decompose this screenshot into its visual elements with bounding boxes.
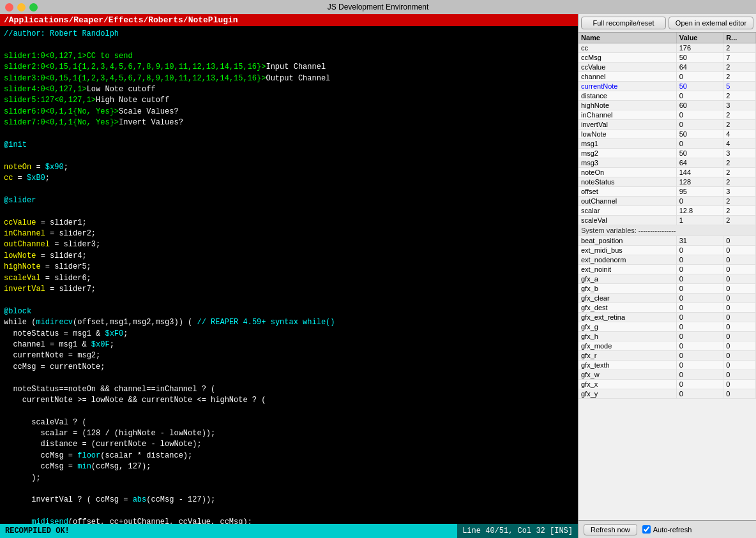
table-row: offset953 bbox=[578, 187, 756, 197]
vars-pane: Full recompile/reset Open in external ed… bbox=[578, 14, 756, 538]
var-r-cell: 2 bbox=[723, 206, 756, 216]
var-value-cell: 176 bbox=[676, 43, 723, 53]
var-r-cell: 4 bbox=[723, 139, 756, 149]
var-r-cell: 2 bbox=[723, 91, 756, 101]
sysvar-r-cell: 0 bbox=[723, 246, 756, 255]
status-bar: RECOMPILED OK! Line 40/51, Col 32 [INS] bbox=[0, 524, 578, 538]
vars-table-container[interactable]: Name Value R... cc1762ccMsg507ccValue642… bbox=[578, 33, 756, 520]
sysvar-value-cell: 0 bbox=[676, 284, 723, 294]
table-row: channel02 bbox=[578, 72, 756, 82]
system-table-row: gfx_texth00 bbox=[578, 361, 756, 370]
var-value-cell: 64 bbox=[676, 63, 723, 72]
sysvar-r-cell: 0 bbox=[723, 389, 756, 399]
var-r-cell: 2 bbox=[723, 43, 756, 53]
vars-buttons: Full recompile/reset Open in external ed… bbox=[578, 14, 756, 33]
sysvar-name-cell: gfx_clear bbox=[578, 294, 676, 303]
sysvar-name-cell: gfx_ext_retina bbox=[578, 313, 676, 322]
system-table-row: gfx_x00 bbox=[578, 380, 756, 389]
system-table-row: gfx_clear00 bbox=[578, 294, 756, 303]
sysvar-value-cell: 31 bbox=[676, 236, 723, 246]
refresh-bar: Refresh now Auto-refresh bbox=[578, 520, 756, 538]
col-value: Value bbox=[676, 33, 723, 43]
var-name-cell: highNote bbox=[578, 101, 676, 110]
code-content: //author: Robert Randolph slider1:0<0,12… bbox=[4, 29, 574, 524]
sysvar-value-cell: 0 bbox=[676, 370, 723, 380]
sysvar-name-cell: gfx_a bbox=[578, 274, 676, 284]
external-editor-button[interactable]: Open in external editor bbox=[669, 17, 753, 29]
status-left: RECOMPILED OK! bbox=[0, 524, 457, 538]
table-row: lowNote504 bbox=[578, 130, 756, 139]
var-r-cell: 2 bbox=[723, 197, 756, 206]
sysvar-r-cell: 0 bbox=[723, 313, 756, 322]
var-value-cell: 50 bbox=[676, 53, 723, 63]
system-table-row: gfx_b00 bbox=[578, 284, 756, 294]
var-value-cell: 50 bbox=[676, 82, 723, 91]
var-name-cell: distance bbox=[578, 91, 676, 101]
col-name: Name bbox=[578, 33, 676, 43]
status-right: Line 40/51, Col 32 [INS] bbox=[457, 524, 578, 538]
var-name-cell: msg3 bbox=[578, 158, 676, 168]
var-value-cell: 0 bbox=[676, 91, 723, 101]
system-table-row: gfx_ext_retina00 bbox=[578, 313, 756, 322]
system-section-label: System variables: ---------------- bbox=[578, 225, 756, 236]
titlebar: JS Development Environment bbox=[0, 0, 756, 14]
recompile-button[interactable]: Full recompile/reset bbox=[581, 17, 666, 29]
var-r-cell: 2 bbox=[723, 168, 756, 177]
auto-refresh-label[interactable]: Auto-refresh bbox=[642, 525, 692, 534]
table-row: msg2503 bbox=[578, 149, 756, 158]
filepath-bar: /Applications/Reaper/Effects/Roberts/Not… bbox=[0, 14, 578, 26]
sysvar-r-cell: 0 bbox=[723, 380, 756, 389]
minimize-button[interactable] bbox=[17, 3, 26, 11]
sysvar-value-cell: 0 bbox=[676, 255, 723, 265]
refresh-now-button[interactable]: Refresh now bbox=[584, 524, 637, 535]
traffic-lights bbox=[5, 3, 38, 11]
table-row: ccValue642 bbox=[578, 63, 756, 72]
sysvar-name-cell: gfx_h bbox=[578, 332, 676, 341]
table-header-row: Name Value R... bbox=[578, 33, 756, 43]
system-table-row: gfx_dest00 bbox=[578, 303, 756, 313]
sysvar-value-cell: 0 bbox=[676, 265, 723, 274]
var-value-cell: 128 bbox=[676, 177, 723, 187]
var-name-cell: scalar bbox=[578, 206, 676, 216]
auto-refresh-text: Auto-refresh bbox=[653, 526, 692, 534]
var-value-cell: 0 bbox=[676, 72, 723, 82]
table-row: currentNote505 bbox=[578, 82, 756, 91]
window-title: JS Development Environment bbox=[328, 3, 429, 11]
var-name-cell: invertVal bbox=[578, 120, 676, 130]
maximize-button[interactable] bbox=[29, 3, 38, 11]
var-value-cell: 0 bbox=[676, 197, 723, 206]
editor-pane: /Applications/Reaper/Effects/Roberts/Not… bbox=[0, 14, 578, 538]
sysvar-value-cell: 0 bbox=[676, 274, 723, 284]
sysvar-value-cell: 0 bbox=[676, 322, 723, 332]
sysvar-r-cell: 0 bbox=[723, 361, 756, 370]
auto-refresh-checkbox[interactable] bbox=[642, 525, 651, 534]
var-value-cell: 0 bbox=[676, 139, 723, 149]
sysvar-value-cell: 0 bbox=[676, 341, 723, 351]
sysvar-r-cell: 0 bbox=[723, 274, 756, 284]
var-name-cell: noteStatus bbox=[578, 177, 676, 187]
var-r-cell: 7 bbox=[723, 53, 756, 63]
sysvar-r-cell: 0 bbox=[723, 255, 756, 265]
sysvar-value-cell: 0 bbox=[676, 361, 723, 370]
var-r-cell: 2 bbox=[723, 63, 756, 72]
var-value-cell: 1 bbox=[676, 216, 723, 225]
sysvar-name-cell: gfx_y bbox=[578, 389, 676, 399]
var-value-cell: 95 bbox=[676, 187, 723, 197]
var-r-cell: 3 bbox=[723, 149, 756, 158]
var-r-cell: 2 bbox=[723, 110, 756, 120]
var-r-cell: 2 bbox=[723, 72, 756, 82]
var-value-cell: 50 bbox=[676, 149, 723, 158]
sysvar-r-cell: 0 bbox=[723, 332, 756, 341]
sysvar-value-cell: 0 bbox=[676, 313, 723, 322]
table-row: scalar12.82 bbox=[578, 206, 756, 216]
system-table-row: gfx_mode00 bbox=[578, 341, 756, 351]
sysvar-r-cell: 0 bbox=[723, 265, 756, 274]
sysvar-name-cell: beat_position bbox=[578, 236, 676, 246]
system-table-row: gfx_h00 bbox=[578, 332, 756, 341]
var-value-cell: 0 bbox=[676, 110, 723, 120]
table-row: invertVal02 bbox=[578, 120, 756, 130]
var-name-cell: channel bbox=[578, 72, 676, 82]
code-area[interactable]: //author: Robert Randolph slider1:0<0,12… bbox=[0, 26, 578, 524]
close-button[interactable] bbox=[5, 3, 13, 11]
var-name-cell: msg1 bbox=[578, 139, 676, 149]
